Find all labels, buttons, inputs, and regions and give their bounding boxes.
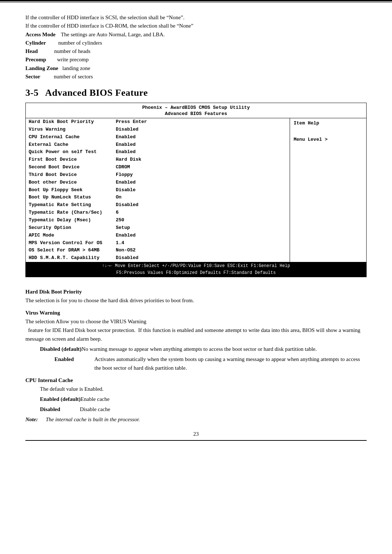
intro-head: Head number of heads xyxy=(25,47,367,56)
bios-label-virus: Virus Warning xyxy=(29,126,116,133)
cylinder-desc: number of cylinders xyxy=(58,40,102,46)
bios-value-os-select: Non-OS2 xyxy=(116,247,136,254)
hard-disk-desc: The selection is for you to choose the h… xyxy=(25,296,367,305)
bios-value-apic: Enabled xyxy=(116,232,136,239)
sector-label: Sector xyxy=(25,74,40,79)
bios-value-third-boot: Floppy xyxy=(116,172,133,178)
section-number: 3-5 xyxy=(25,87,38,98)
note-text: The internal cache is built in the proce… xyxy=(46,416,140,422)
bios-label-typematic-delay: Typematic Delay (Msec) xyxy=(29,217,116,224)
bios-label-numlock: Boot Up NumLock Status xyxy=(29,194,116,201)
bios-label-apic: APIC Mode xyxy=(29,232,116,239)
intro-sector: Sector number of sectors xyxy=(25,73,367,81)
bios-row-typematic-chars: Typematic Rate (Chars/Sec) 6 xyxy=(26,209,290,217)
bios-value-hdd-boot: Press Enter xyxy=(116,119,147,126)
sector-desc: number of sectors xyxy=(54,74,93,79)
virus-enabled-label: Enabled xyxy=(54,355,94,372)
bottom-rule xyxy=(25,440,367,441)
intro-landing-zone: Landing Zone landing zone xyxy=(25,64,367,73)
bios-label-smart: HDD S.M.A.R.T. Capability xyxy=(29,255,116,262)
bios-value-ext-cache: Enabled xyxy=(116,141,136,148)
precomp-desc: write precomp xyxy=(57,57,89,62)
bios-row-third-boot: Third Boot Device Floppy xyxy=(26,171,290,179)
intro-access-mode: Access Mode The settings are Auto Normal… xyxy=(25,30,367,39)
bios-table: Hard Disk Boot Priority Press Enter Viru… xyxy=(26,118,366,262)
bios-main-column: Hard Disk Boot Priority Press Enter Viru… xyxy=(26,118,290,262)
bios-footer-2: F5:Previous Values F6:Optimized Defaults… xyxy=(26,270,366,277)
bios-label-os-select: OS Select For DRAM > 64MB xyxy=(29,247,116,254)
top-rule-thick xyxy=(0,0,392,1)
bios-label-typematic-chars: Typematic Rate (Chars/Sec) xyxy=(29,209,116,216)
note-label: Note: xyxy=(25,416,38,422)
hard-disk-title: Hard Disk Boot Priority xyxy=(25,287,367,296)
bios-value-security: Setup xyxy=(116,225,130,231)
virus-disabled-row: Disabled (default) No warning message to… xyxy=(25,345,367,353)
bios-label-mps: MPS Version Control For OS xyxy=(29,240,116,247)
virus-desc2: feature for IDE Hard Disk boot sector pr… xyxy=(25,326,367,343)
bios-row-virus: Virus Warning Disabled xyxy=(26,126,290,134)
desc-section: Hard Disk Boot Priority The selection is… xyxy=(25,287,367,424)
access-mode-desc: The settings are Auto Normal, Large, and… xyxy=(61,32,165,37)
bios-menu-level: Menu Level > xyxy=(294,137,363,142)
section-title: Advanced BIOS Feature xyxy=(45,87,148,98)
bios-label-first-boot: First Boot Device xyxy=(29,156,116,163)
bios-help-column: Item Help Menu Level > xyxy=(290,118,366,262)
bios-row-os-select: OS Select For DRAM > 64MB Non-OS2 xyxy=(26,247,290,254)
bios-value-quick-power: Enabled xyxy=(116,149,136,156)
bios-value-smart: Disabled xyxy=(116,255,138,262)
bios-row-typematic-delay: Typematic Delay (Msec) 250 xyxy=(26,217,290,224)
bios-value-virus: Disabled xyxy=(116,126,138,133)
bios-row-apic: APIC Mode Enabled xyxy=(26,232,290,239)
cpu-disabled-row: Disabled Disable cache xyxy=(25,405,367,414)
bios-label-quick-power: Quick Power on self Test xyxy=(29,149,116,156)
bios-label-cpu-cache: CPU Internal Cache xyxy=(29,134,116,141)
bios-value-typematic-delay: 250 xyxy=(116,217,124,224)
access-mode-label: Access Mode xyxy=(25,32,56,37)
precomp-label: Precomp xyxy=(25,57,46,62)
bios-row-mps: MPS Version Control For OS 1.4 xyxy=(26,239,290,247)
bios-screen-title: Advanced BIOS Features xyxy=(26,111,366,118)
bios-row-floppy-seek: Boot Up Floppy Seek Disable xyxy=(26,186,290,194)
note-line: Note: The internal cache is built in the… xyxy=(25,415,367,424)
bios-value-boot-other: Enabled xyxy=(116,179,136,186)
landing-zone-label: Landing Zone xyxy=(25,65,58,71)
bios-row-cpu-cache: CPU Internal Cache Enabled xyxy=(26,134,290,141)
bios-value-numlock: On xyxy=(116,194,122,201)
head-desc: number of heads xyxy=(54,48,90,54)
intro-cylinder: Cylinder number of cylinders xyxy=(25,39,367,47)
intro-precomp: Precomp write precomp xyxy=(25,56,367,64)
bios-utility-title: Phoenix – AwardBIOS CMOS Setup Utility xyxy=(26,103,366,111)
bios-row-numlock: Boot Up NumLock Status On xyxy=(26,194,290,201)
intro-line-2: If the controller of HDD interface is CD… xyxy=(25,22,367,30)
cpu-cache-title: CPU Internal Cache xyxy=(25,376,367,385)
intro-section: If the controller of HDD interface is SC… xyxy=(25,13,367,81)
bios-row-security: Security Option Setup xyxy=(26,224,290,232)
bottom-rules: 23 xyxy=(25,431,367,441)
bios-value-mps: 1.4 xyxy=(116,240,124,247)
cpu-enabled-label: Enabled (default) xyxy=(40,395,81,403)
virus-desc1: The selection Allow you to choose the VI… xyxy=(25,317,367,326)
cpu-cache-default: The default value is Enabled. xyxy=(40,385,367,393)
bios-row-ext-cache: External Cache Enabled xyxy=(26,141,290,149)
bios-value-second-boot: CDROM xyxy=(116,164,130,171)
virus-disabled-desc: No warning message to appear when anythi… xyxy=(82,345,367,353)
bios-value-typematic-rate: Disabled xyxy=(116,202,138,209)
bios-value-first-boot: Hard Disk xyxy=(116,156,141,163)
cpu-enabled-row: Enabled (default) Enable cache xyxy=(25,395,367,403)
bios-value-cpu-cache: Enabled xyxy=(116,134,136,141)
bios-footer-1: ↑↓→← Move Enter:Select +/-/PU/PD:Value F… xyxy=(26,262,366,270)
bios-label-hdd-boot: Hard Disk Boot Priority xyxy=(29,119,116,126)
bios-row-quick-power: Quick Power on self Test Enabled xyxy=(26,148,290,156)
virus-disabled-label: Disabled (default) xyxy=(40,345,82,353)
cpu-disabled-label: Disabled xyxy=(40,405,80,414)
bios-label-ext-cache: External Cache xyxy=(29,141,116,148)
bios-label-boot-other: Boot other Device xyxy=(29,179,116,186)
bios-value-floppy-seek: Disable xyxy=(116,187,136,194)
bios-label-security: Security Option xyxy=(29,225,116,231)
bios-label-typematic-rate: Typematic Rate Setting xyxy=(29,202,116,209)
bios-screen: Phoenix – AwardBIOS CMOS Setup Utility A… xyxy=(25,103,367,277)
bios-row-first-boot: First Boot Device Hard Disk xyxy=(26,156,290,164)
section-heading: 3-5Advanced BIOS Feature xyxy=(25,87,367,98)
bios-row-hdd-boot: Hard Disk Boot Priority Press Enter xyxy=(26,118,290,126)
cpu-disabled-desc: Disable cache xyxy=(80,405,367,414)
